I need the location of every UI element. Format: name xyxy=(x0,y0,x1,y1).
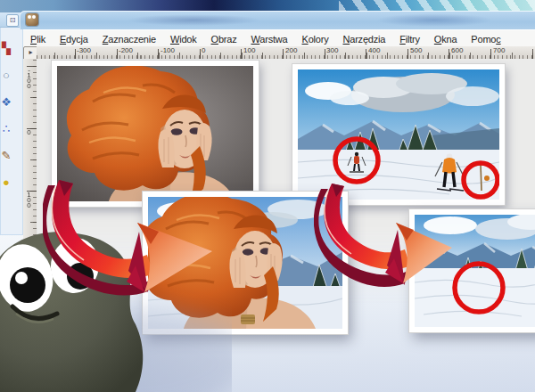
ruler-label: -200 xyxy=(119,46,133,54)
promo-screenshot: { "window": { "app_icon": "gimp-wilber-i… xyxy=(0,0,535,392)
ruler-label: 500 xyxy=(410,46,422,54)
ruler-label: 400 xyxy=(368,46,380,54)
photo-before-ski xyxy=(292,64,505,205)
menu-item[interactable]: Obraz xyxy=(204,34,244,45)
ruler-label: 600 xyxy=(451,46,463,54)
fuzzy-select-tool-icon[interactable]: ❖ xyxy=(0,96,16,109)
ruler-label: -100 xyxy=(160,46,175,54)
gimp-wilber-icon xyxy=(26,13,38,26)
menu-item[interactable]: Warstwa xyxy=(244,34,295,45)
window-titlebar[interactable] xyxy=(20,11,535,29)
menu-item[interactable]: Narzędzia xyxy=(335,34,392,45)
menu-bar: Plik Edycja Zaznaczenie Widok Obraz Wars… xyxy=(23,29,535,48)
menu-item[interactable]: Kolory xyxy=(294,34,335,45)
gold-bracelet xyxy=(241,314,255,324)
toolbox-window-button[interactable]: ⊡ xyxy=(6,14,19,27)
ski-edited-image xyxy=(415,215,535,327)
titlebar-reflection xyxy=(127,14,260,26)
portrait-original-image xyxy=(57,66,253,201)
titlebar-reflection xyxy=(376,13,492,27)
menu-item[interactable]: Pomoc xyxy=(464,34,507,45)
zoom-tool-icon[interactable]: ○ xyxy=(0,69,16,82)
ruler-label: -100 xyxy=(24,66,33,87)
ruler-label: 700 xyxy=(493,46,505,54)
menu-item[interactable]: Zaznaczenie xyxy=(95,34,163,45)
ruler-label: 0 xyxy=(202,46,205,54)
ruler-label: 0 xyxy=(24,128,33,134)
ink-tool-icon[interactable]: ● xyxy=(0,176,16,189)
vertical-ruler[interactable]: -1000100200 xyxy=(23,59,37,392)
portrait-edited-image xyxy=(148,197,342,329)
menu-item[interactable]: Widok xyxy=(163,34,204,45)
ruler-label: 300 xyxy=(326,46,338,54)
ruler-label: 100 xyxy=(243,46,255,54)
ruler-label: 200 xyxy=(285,46,297,54)
photo-after-ski xyxy=(409,209,535,332)
menu-item[interactable]: Filtry xyxy=(392,34,427,45)
menu-item[interactable]: Okna xyxy=(427,34,465,45)
ruler-label: -300 xyxy=(77,46,91,54)
default-colors-icon[interactable]: ▚ xyxy=(0,43,16,55)
ski-original-image xyxy=(298,69,499,200)
photo-after-portrait xyxy=(143,192,348,334)
menu-item[interactable]: Plik xyxy=(23,34,53,45)
menu-item[interactable]: Edycja xyxy=(53,34,95,45)
photo-before-portrait xyxy=(52,61,259,207)
paths-tool-icon[interactable]: ∴ xyxy=(0,123,16,135)
toolbox-tool-list: ▚ ○ ❖ ∴ ✎ ● xyxy=(0,43,20,189)
horizontal-ruler[interactable]: -300-200-1000100200300400500600700 xyxy=(37,46,535,60)
ruler-label: 200 xyxy=(24,253,33,269)
paintbrush-tool-icon[interactable]: ✎ xyxy=(0,150,16,162)
ruler-label: 100 xyxy=(24,191,33,207)
